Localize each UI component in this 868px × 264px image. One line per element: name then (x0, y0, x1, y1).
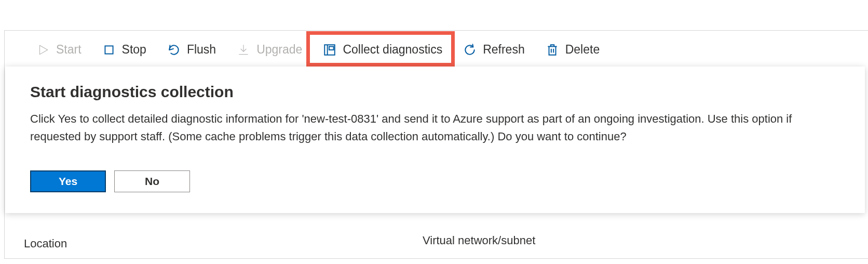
upgrade-label: Upgrade (256, 43, 302, 57)
dialog-body: Click Yes to collect detailed diagnostic… (30, 110, 819, 146)
flush-label: Flush (187, 43, 216, 57)
toolbar: Start Stop Flush Upgrade Collect diagnos… (26, 38, 610, 61)
download-icon (237, 43, 250, 57)
dialog-title: Start diagnostics collection (30, 83, 840, 101)
confirm-dialog: Start diagnostics collection Click Yes t… (5, 67, 865, 213)
refresh-icon (463, 43, 477, 57)
vnet-label: Virtual network/subnet (423, 234, 535, 247)
refresh-button[interactable]: Refresh (453, 38, 535, 61)
svg-rect-0 (105, 46, 113, 54)
collect-label: Collect diagnostics (343, 43, 442, 57)
location-label: Location (24, 237, 67, 250)
yes-button[interactable]: Yes (30, 170, 106, 192)
svg-rect-2 (329, 46, 334, 50)
delete-label: Delete (565, 43, 600, 57)
dialog-button-row: Yes No (30, 170, 840, 192)
stop-icon (102, 43, 116, 57)
flush-button[interactable]: Flush (157, 38, 226, 61)
collect-icon (323, 43, 336, 57)
delete-button[interactable]: Delete (535, 38, 610, 61)
collect-diagnostics-button[interactable]: Collect diagnostics (313, 38, 453, 61)
start-button: Start (26, 38, 92, 61)
trash-icon (546, 43, 559, 57)
stop-button[interactable]: Stop (92, 38, 157, 61)
no-button[interactable]: No (114, 170, 190, 192)
flush-icon (167, 43, 181, 57)
play-icon (36, 43, 50, 57)
start-label: Start (56, 43, 82, 57)
upgrade-button: Upgrade (226, 38, 313, 61)
refresh-label: Refresh (483, 43, 525, 57)
stop-label: Stop (122, 43, 146, 57)
